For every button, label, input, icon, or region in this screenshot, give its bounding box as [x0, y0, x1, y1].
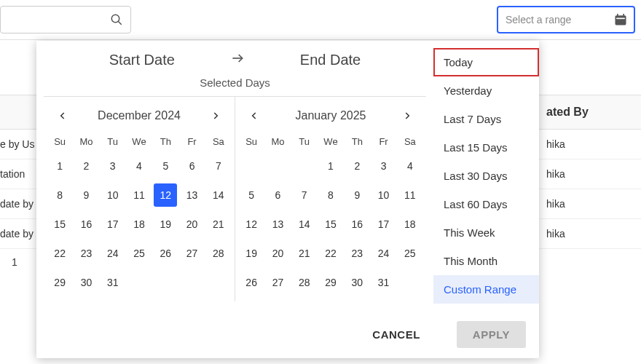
day-cell[interactable]: 23 — [73, 239, 99, 268]
day-cell[interactable]: 4 — [126, 151, 152, 181]
cell: hika — [546, 168, 565, 180]
day-cell[interactable]: 2 — [73, 151, 99, 181]
day-cell[interactable]: 1 — [47, 151, 73, 181]
day-cell[interactable]: 29 — [47, 268, 73, 297]
dow-label: Tu — [291, 132, 318, 151]
next-month-button[interactable] — [397, 106, 417, 126]
day-cell[interactable]: 17 — [370, 210, 396, 239]
dow-label: Sa — [205, 132, 232, 151]
day-cell[interactable]: 11 — [397, 181, 423, 210]
day-cell[interactable]: 25 — [397, 239, 423, 268]
day-cell[interactable]: 8 — [47, 181, 73, 210]
day-cell[interactable]: 27 — [264, 268, 291, 297]
start-date-tab[interactable]: Start Date — [98, 52, 186, 68]
prev-month-button[interactable] — [52, 106, 73, 126]
day-cell[interactable]: 5 — [152, 151, 178, 181]
day-cell[interactable]: 30 — [344, 268, 370, 297]
day-cell[interactable]: 23 — [344, 239, 370, 268]
day-cell[interactable]: 28 — [291, 268, 318, 297]
day-cell[interactable]: 30 — [73, 268, 99, 297]
dow-label: Su — [238, 132, 264, 151]
day-cell[interactable]: 15 — [47, 210, 73, 239]
calendar-left-title: December 2024 — [98, 109, 181, 122]
day-cell[interactable]: 8 — [318, 181, 344, 210]
day-cell[interactable]: 12 — [152, 181, 178, 210]
day-cell[interactable]: 2 — [344, 151, 370, 181]
day-cell[interactable]: 9 — [344, 181, 370, 210]
day-cell[interactable]: 26 — [152, 239, 178, 268]
preset-today[interactable]: Today — [433, 48, 539, 76]
day-cell[interactable]: 28 — [205, 239, 232, 268]
cancel-button[interactable]: CANCEL — [356, 321, 436, 348]
preset-yesterday[interactable]: Yesterday — [433, 76, 539, 105]
day-cell[interactable]: 25 — [126, 239, 152, 268]
day-cell[interactable]: 16 — [344, 210, 370, 239]
dow-label: Fr — [178, 132, 205, 151]
preset-last-60-days[interactable]: Last 60 Days — [433, 190, 539, 218]
date-range-picker: Start Date End Date Selected Days Decemb… — [36, 41, 539, 358]
dow-label: Fr — [370, 132, 396, 151]
dow-label: Mo — [73, 132, 99, 151]
day-cell[interactable]: 1 — [318, 151, 344, 181]
day-cell[interactable]: 27 — [178, 239, 205, 268]
preset-this-week[interactable]: This Week — [433, 218, 539, 247]
date-range-input[interactable]: Select a range — [497, 6, 635, 33]
day-cell[interactable]: 13 — [178, 181, 205, 210]
day-cell[interactable]: 3 — [100, 151, 126, 181]
preset-last-15-days[interactable]: Last 15 Days — [433, 133, 539, 162]
date-range-placeholder: Select a range — [506, 14, 571, 25]
day-cell[interactable]: 22 — [47, 239, 73, 268]
day-cell[interactable]: 24 — [370, 239, 396, 268]
day-cell[interactable]: 5 — [238, 181, 264, 210]
preset-last-30-days[interactable]: Last 30 Days — [433, 162, 539, 190]
day-cell[interactable]: 16 — [73, 210, 99, 239]
svg-rect-4 — [617, 14, 618, 16]
day-cell[interactable]: 22 — [318, 239, 344, 268]
day-cell[interactable]: 13 — [264, 210, 291, 239]
day-cell[interactable]: 18 — [126, 210, 152, 239]
preset-this-month[interactable]: This Month — [433, 247, 539, 275]
day-cell[interactable]: 24 — [100, 239, 126, 268]
day-cell[interactable]: 31 — [100, 268, 126, 297]
calendar-right-title: January 2025 — [296, 109, 366, 122]
day-cell[interactable]: 17 — [100, 210, 126, 239]
day-cell[interactable]: 14 — [291, 210, 318, 239]
day-cell[interactable]: 15 — [318, 210, 344, 239]
day-cell[interactable]: 20 — [264, 239, 291, 268]
svg-rect-6 — [616, 18, 625, 20]
preset-custom-range[interactable]: Custom Range — [433, 275, 539, 304]
cell: hika — [546, 228, 565, 240]
day-cell[interactable]: 29 — [318, 268, 344, 297]
preset-last-7-days[interactable]: Last 7 Days — [433, 105, 539, 133]
svg-point-0 — [111, 15, 119, 23]
day-cell[interactable]: 9 — [73, 181, 99, 210]
dow-label: We — [318, 132, 344, 151]
day-cell[interactable]: 10 — [370, 181, 396, 210]
apply-button[interactable]: APPLY — [457, 321, 526, 348]
day-cell[interactable]: 10 — [100, 181, 126, 210]
day-cell[interactable]: 12 — [238, 210, 264, 239]
day-cell[interactable]: 21 — [291, 239, 318, 268]
day-cell[interactable]: 21 — [205, 210, 232, 239]
day-cell[interactable]: 20 — [178, 210, 205, 239]
day-cell[interactable]: 4 — [397, 151, 423, 181]
calendar-icon — [613, 12, 628, 27]
prev-month-button[interactable] — [244, 106, 264, 126]
dow-label: Sa — [397, 132, 423, 151]
day-cell[interactable]: 11 — [126, 181, 152, 210]
day-cell[interactable]: 3 — [370, 151, 396, 181]
day-cell[interactable]: 14 — [205, 181, 232, 210]
day-cell[interactable]: 19 — [238, 239, 264, 268]
next-month-button[interactable] — [205, 106, 226, 126]
calendar-left: December 2024 SuMoTuWeThFrSa123456789101… — [44, 97, 235, 301]
day-cell[interactable]: 26 — [238, 268, 264, 297]
day-cell[interactable]: 6 — [178, 151, 205, 181]
day-cell[interactable]: 31 — [370, 268, 396, 297]
end-date-tab[interactable]: End Date — [288, 52, 372, 68]
day-cell[interactable]: 19 — [152, 210, 178, 239]
day-cell[interactable]: 7 — [205, 151, 232, 181]
day-cell[interactable]: 7 — [291, 181, 318, 210]
search-input[interactable] — [0, 6, 131, 33]
day-cell[interactable]: 6 — [264, 181, 291, 210]
day-cell[interactable]: 18 — [397, 210, 423, 239]
